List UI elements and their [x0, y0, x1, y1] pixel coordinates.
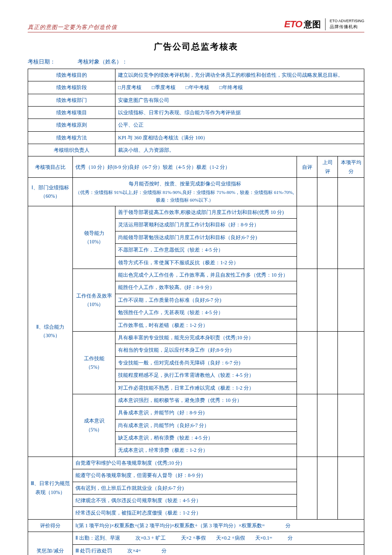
score-cell[interactable] [338, 457, 364, 519]
criteria-desc: 偶有迟到，但上班后工作就就业业（良好;6-7 分) [73, 482, 297, 494]
criteria-desc: 缺乏成本意识，稍有浪费（较差：4-5 分） [115, 432, 297, 444]
sec1-hdr1: 每月能否按时、按质、按量完成影像公司业绩指标 [75, 179, 294, 188]
sec2-g3-label: 工作技能（5%） [73, 331, 115, 394]
bonus-label: 奖惩加/减分 [28, 532, 73, 555]
bonus-row: Ⅱ 出勤：迟到、早退 次×0.3 + 旷工 天×2 +事假 天×0.2 +病假 … [73, 532, 364, 544]
logo-sub-en: ETO ADVERTISING [330, 19, 364, 24]
logo-sub-cn: 品牌传播机构 [330, 24, 364, 29]
criteria-desc: 工作效率低，时有差错（极差：1-2 分） [115, 319, 297, 331]
score-formula: Ⅰ(第 1 项平均分)×权重系数+(第 2 项平均分)×权重系数+（第 3 项平… [73, 519, 364, 532]
criteria-desc: 善于领导部署提高工作效率,积极达成部门月度工作计划和目标(优秀 10 分) [115, 206, 297, 219]
score-cell[interactable] [338, 269, 364, 331]
page-header: 真正的意图一定要为客户创造价值 ETO 意图 ETO ADVERTISING 品… [28, 17, 364, 32]
principle-label: 绩效考核原则 [28, 119, 115, 131]
method-value: KPI 与 360 度相结合考核法（满分 100） [115, 131, 364, 144]
criteria-desc: 纪律观念不强，偶尔违反公司规章制度（较差：4-5 分） [73, 494, 297, 507]
doc-title: 广告公司总监考核表 [28, 40, 364, 53]
score-cell[interactable] [338, 206, 364, 269]
criteria-desc: 对工作必需技能不熟悉，日常工作难以完成（极差：1-2 分） [115, 382, 297, 394]
purpose-value: 建立以岗位竞争的绩效考评机制，充分调动全体员工的积极性和创造性，实现公司战略发展… [115, 69, 364, 81]
table-row: 考核组织负责人裁决小组、人力资源部。 [28, 144, 364, 156]
table-row: 绩效考核部门安徽意图广告有限公司 [28, 94, 364, 106]
criteria-desc: 专业技能一般，但对完成任务尚无障碍（良好：6-7 分) [115, 356, 297, 369]
sec2-g2-label: 工作任务及效率（10%） [73, 269, 115, 331]
method-label: 绩效考核方法 [28, 131, 115, 144]
criteria-desc: 具有极丰富的专业技能，能充分完成本身职责（优秀;10 分） [115, 331, 297, 344]
col-self: 自评 [297, 156, 317, 178]
logo-eto: ETO [284, 17, 302, 31]
score-cell[interactable] [297, 394, 317, 457]
table-row: Ⅰ、部门业绩指标（60%） 每月能否按时、按质、按量完成影像公司业绩指标 （优秀… [28, 178, 364, 206]
logo-block: ETO 意图 ETO ADVERTISING 品牌传播机构 [284, 17, 364, 31]
sec2-g1-label: 领导能力（10%） [73, 206, 115, 269]
criteria-desc: 有相当的专业技能，足以应付本身工作（好;8-9 分) [115, 344, 297, 356]
logo-cn: 意图 [304, 18, 321, 31]
table-row: 绩效考核项目以业绩指标、日常行为表现、综合能力等作为考评依据 [28, 106, 364, 119]
score-cell[interactable] [317, 331, 338, 394]
table-row: 成本意识（5%） 成本意识强烈，能积极节省，避免浪费（优秀：10 分） [28, 394, 364, 406]
score-cell[interactable] [297, 331, 317, 394]
score-cell[interactable] [297, 178, 317, 206]
score-cell[interactable] [338, 331, 364, 394]
ratio-label: 考核项目占比 [28, 156, 73, 178]
sec1-desc: 每月能否按时、按质、按量完成影像公司业绩指标 （优秀：业绩指标 91%以上,好：… [73, 178, 297, 206]
table-row: Ⅲ、日常行为规范表现（10%） 自觉遵守和维护公司各项规章制度（优秀;10 分) [28, 457, 364, 469]
criteria-desc: 勉强胜任个人工作，无甚表现（较差：4-5 分） [115, 306, 297, 319]
score-cell[interactable] [297, 457, 317, 519]
sec2-label: Ⅱ、综合能力（30%） [28, 206, 73, 457]
table-row: 奖惩加/减分 Ⅱ 出勤：迟到、早退 次×0.3 + 旷工 天×2 +事假 天×0… [28, 532, 364, 544]
score-cell[interactable] [317, 206, 338, 269]
score-cell[interactable] [338, 178, 364, 206]
dept-label: 绩效考核部门 [28, 94, 115, 106]
table-row: 评价得分 Ⅰ(第 1 项平均分)×权重系数+(第 2 项平均分)×权重系数+（第… [28, 519, 364, 532]
stage-label: 绩效考核阶段 [28, 81, 115, 94]
criteria-desc: 不愿部署工作，工作意愿低沉（较差：4-5 分） [115, 244, 297, 256]
table-row: 绩效考核方法KPI 与 360 度相结合考核法（满分 100） [28, 131, 364, 144]
sec1-hdr2: （优秀：业绩指标 91%以上,好：业绩指标 81%-90%,良好：业绩指标 71… [75, 188, 294, 204]
score-cell[interactable] [317, 457, 338, 519]
owner-label: 考核组织负责人 [28, 144, 115, 156]
sec3-label: Ⅲ、日常行为规范表现（10%） [28, 457, 73, 519]
score-label: 评价得分 [28, 519, 73, 532]
header-tagline: 真正的意图一定要为客户创造价值 [28, 23, 117, 32]
col-avg: 本项平均分 [338, 156, 364, 178]
logo-divider [325, 18, 326, 30]
score-cell[interactable] [297, 206, 317, 269]
criteria-desc: 成本意识强烈，能积极节省，避免浪费（优秀：10 分） [115, 394, 297, 406]
table-row: 考核项目占比 优秀（10 分）好(8-9 分)良好（6-7 分）较差（4-5 分… [28, 156, 364, 178]
criteria-desc: 无成本意识，经常浪费（极差：1-2 分） [115, 444, 297, 457]
criteria-desc: 自觉遵守和维护公司各项规章制度（优秀;10 分) [73, 457, 297, 469]
criteria-desc: 能出色完成个人工作任务，工作效率高，并且自发性工作多（优秀：10 分） [115, 269, 297, 281]
criteria-desc: 领导方式不佳，常使属下不服或反抗（极差：1-2 分） [115, 256, 297, 269]
assessment-table: 绩效考核目的建立以岗位竞争的绩效考评机制，充分调动全体员工的积极性和创造性，实现… [28, 69, 364, 555]
score-cell[interactable] [297, 269, 317, 331]
score-cell[interactable] [317, 178, 338, 206]
table-row: 工作任务及效率（10%） 能出色完成个人工作任务，工作效率高，并且自发性工作多（… [28, 269, 364, 281]
ratio-value: 优秀（10 分）好(8-9 分)良好（6-7 分）较差（4-5 分）极差（1-2… [73, 156, 297, 178]
table-row: 绩效考核原则公平、公正 [28, 119, 364, 131]
meta-line: 考核日期： 考核对象（姓名）： [28, 58, 364, 66]
criteria-desc: 尚有成本意识，尚能节约（良好;6-7 分） [115, 419, 297, 431]
table-row: 绩效考核阶段□月度考核 □季度考核 □年中考核 □年终考核 [28, 81, 364, 94]
sec1-label: Ⅰ、部门业绩指标（60%） [28, 178, 73, 206]
criteria-desc: 经常违反公司制度，被指正时态度傲慢（极差：1-2 分） [73, 507, 297, 519]
score-cell[interactable] [317, 269, 338, 331]
col-boss: 上司评 [317, 156, 338, 178]
score-cell[interactable] [317, 394, 338, 457]
dept-value: 安徽意图广告有限公司 [115, 94, 364, 106]
item-label: 绩效考核项目 [28, 106, 115, 119]
criteria-desc: 技能程度稍感不足，执行工作常需请教他人（较差：4-5 分） [115, 369, 297, 382]
table-row: 工作技能（5%） 具有极丰富的专业技能，能充分完成本身职责（优秀;10 分） [28, 331, 364, 344]
principle-value: 公平、公正 [115, 119, 364, 131]
table-row: Ⅱ、综合能力（30%） 领导能力（10%） 善于领导部署提高工作效率,积极达成部… [28, 206, 364, 219]
criteria-desc: 工作不误期，工作质量符合标准（良好;6-7 分) [115, 294, 297, 306]
table-row: 绩效考核目的建立以岗位竞争的绩效考评机制，充分调动全体员工的积极性和创造性，实现… [28, 69, 364, 81]
sec2-g4-label: 成本意识（5%） [73, 394, 115, 457]
logo-subtitle: ETO ADVERTISING 品牌传播机构 [330, 19, 364, 29]
criteria-desc: 尚能领导部署勉强达成部门月度工作计划和目标（良好;6-7 分) [115, 231, 297, 243]
purpose-label: 绩效考核目的 [28, 69, 115, 81]
bonus-row: Ⅲ 处罚:行政处罚 次×4= 分 [73, 544, 364, 555]
criteria-desc: 具备成本意识，并能节约（好：8-9 分) [115, 407, 297, 419]
score-cell[interactable] [338, 394, 364, 457]
criteria-desc: 灵活运用部署顺利达成部门月度工作计划和目标（好：8-9 分） [115, 219, 297, 231]
